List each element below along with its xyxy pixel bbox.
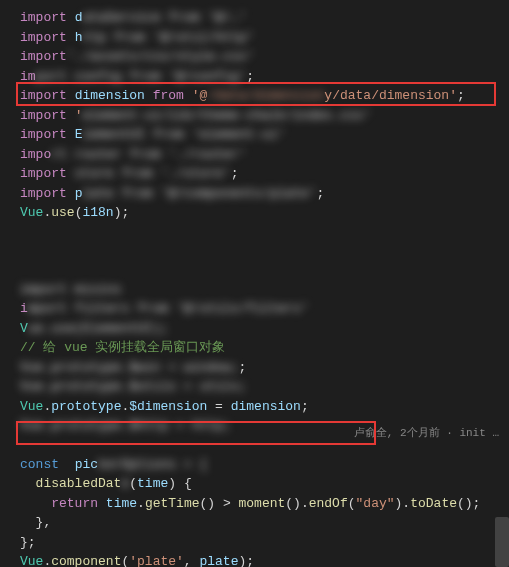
code-line[interactable]: Vue.prototype.$utils = utils;: [0, 377, 509, 397]
code-line[interactable]: Vue.prototype.$http = http;: [0, 416, 509, 436]
code-line[interactable]: Vue.use(i18n);: [0, 203, 509, 223]
code-line[interactable]: Vue.prototype.$win = window;;: [0, 358, 509, 378]
code-line[interactable]: import store from './store';: [0, 164, 509, 184]
code-line[interactable]: import filters from '@/utils/filters': [0, 299, 509, 319]
scrollbar-thumb[interactable]: [495, 517, 509, 567]
code-line[interactable]: import dataService from '@/…': [0, 8, 509, 28]
code-line[interactable]: import 'element-ui/lib/theme-chalk/index…: [0, 106, 509, 126]
code-line[interactable]: disabledDate(time) {: [0, 474, 509, 494]
code-line[interactable]: import config from '@/config';: [0, 67, 509, 87]
code-line-comment[interactable]: // 给 vue 实例挂载全局窗口对象: [0, 338, 509, 358]
empty-line: [0, 223, 509, 242]
code-line[interactable]: import ElementUI from 'element-ui': [0, 125, 509, 145]
code-line[interactable]: return time.getTime() > moment().endOf("…: [0, 494, 509, 514]
code-line-import-dimension[interactable]: import dimension from '@/data/dimensiony…: [0, 86, 509, 106]
code-line[interactable]: import mixins: [0, 280, 509, 300]
code-line[interactable]: import'./assets/css/style.css': [0, 47, 509, 67]
code-line[interactable]: Vue.use(ElementUI);: [0, 319, 509, 339]
code-line[interactable]: import http from '@/util/http': [0, 28, 509, 48]
code-line[interactable]: };: [0, 533, 509, 553]
code-line[interactable]: Vue.component('plate', plate);: [0, 552, 509, 567]
empty-line: [0, 261, 509, 280]
code-line[interactable]: },: [0, 513, 509, 533]
code-line-prototype-dimension[interactable]: Vue.prototype.$dimension = dimension;: [0, 397, 509, 417]
code-line[interactable]: import router from './router': [0, 145, 509, 165]
code-line[interactable]: import plate from '@/components/plate';: [0, 184, 509, 204]
empty-line: [0, 242, 509, 261]
code-line[interactable]: const pickerOptions = {: [0, 455, 509, 475]
